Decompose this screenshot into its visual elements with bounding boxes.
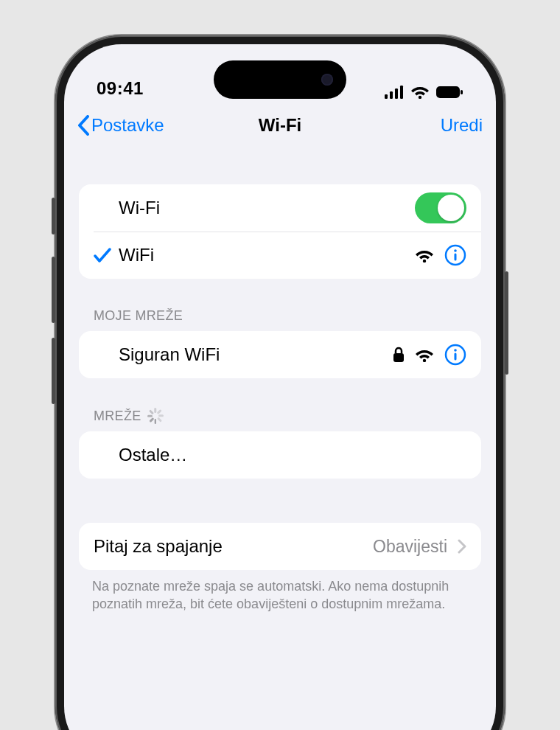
ask-to-join-value: Obavijesti: [373, 537, 447, 557]
other-networks-card: Ostale…: [79, 431, 481, 479]
toggle-knob: [438, 195, 464, 221]
battery-icon: [435, 86, 463, 99]
wifi-main-section: Wi-Fi WiFi: [79, 184, 481, 279]
front-camera: [321, 74, 333, 86]
svg-point-12: [423, 358, 426, 361]
side-button: [52, 198, 55, 234]
wifi-toggle-row: Wi-Fi: [79, 184, 481, 232]
ask-to-join-row[interactable]: Pitaj za spajanje Obavijesti: [79, 523, 481, 570]
checkmark-icon: [94, 247, 111, 263]
back-label: Postavke: [91, 115, 164, 136]
chevron-right-icon: [458, 539, 466, 554]
side-button: [505, 271, 508, 375]
wifi-signal-icon: [415, 248, 434, 263]
ask-to-join-label: Pitaj za spajanje: [94, 536, 373, 557]
wifi-toggle-label: Wi-Fi: [119, 198, 415, 218]
lock-icon: [393, 347, 405, 363]
wifi-signal-icon: [415, 348, 434, 362]
wifi-status-icon: [410, 85, 430, 99]
other-label: Ostale…: [119, 445, 466, 465]
status-time: 09:41: [97, 78, 144, 99]
info-icon[interactable]: [444, 244, 466, 266]
nav-bar: Postavke Wi-Fi Uredi: [64, 103, 496, 147]
side-button: [52, 257, 55, 323]
svg-point-7: [423, 259, 426, 262]
info-icon[interactable]: [444, 344, 466, 366]
svg-rect-5: [436, 86, 460, 98]
network-name: Siguran WiFi: [119, 344, 393, 365]
connected-network-row[interactable]: WiFi: [79, 232, 481, 279]
page-title: Wi-Fi: [259, 115, 301, 136]
side-button: [52, 338, 55, 404]
svg-rect-2: [395, 88, 398, 99]
other-networks-section: MREŽE Ostale…: [79, 408, 481, 479]
svg-rect-10: [455, 254, 457, 261]
my-networks-header: MOJE MREŽE: [79, 308, 481, 324]
my-networks-card: Siguran WiFi: [79, 331, 481, 378]
network-row[interactable]: Siguran WiFi: [79, 331, 481, 378]
cellular-icon: [385, 86, 405, 99]
wifi-card: Wi-Fi WiFi: [79, 184, 481, 279]
back-button[interactable]: Postavke: [77, 115, 164, 136]
chevron-left-icon: [77, 115, 90, 136]
content: Wi-Fi WiFi: [64, 184, 496, 613]
other-network-row[interactable]: Ostale…: [79, 431, 481, 479]
edit-button[interactable]: Uredi: [441, 115, 483, 136]
svg-rect-1: [390, 91, 393, 99]
ask-to-join-section: Pitaj za spajanje Obavijesti Na poznate …: [79, 523, 481, 613]
screen: 09:41: [64, 44, 496, 730]
svg-rect-6: [461, 90, 463, 94]
other-networks-header-label: MREŽE: [94, 409, 141, 424]
ask-to-join-footer: Na poznate mreže spaja se automatski. Ak…: [79, 570, 481, 613]
dynamic-island: [214, 60, 346, 99]
status-icons: [385, 85, 463, 99]
svg-point-9: [454, 249, 457, 252]
wifi-toggle[interactable]: [415, 192, 466, 223]
svg-rect-0: [385, 94, 388, 99]
my-networks-section: MOJE MREŽE Siguran WiFi: [79, 308, 481, 378]
spinner-icon: [147, 408, 164, 424]
connected-network-name: WiFi: [119, 245, 415, 265]
svg-point-4: [419, 96, 421, 99]
svg-rect-11: [393, 353, 404, 362]
svg-rect-3: [400, 86, 403, 99]
other-networks-header: MREŽE: [79, 408, 481, 424]
phone-frame: 09:41: [55, 35, 505, 730]
ask-to-join-card: Pitaj za spajanje Obavijesti: [79, 523, 481, 570]
svg-rect-15: [455, 353, 457, 361]
svg-point-14: [454, 349, 457, 352]
